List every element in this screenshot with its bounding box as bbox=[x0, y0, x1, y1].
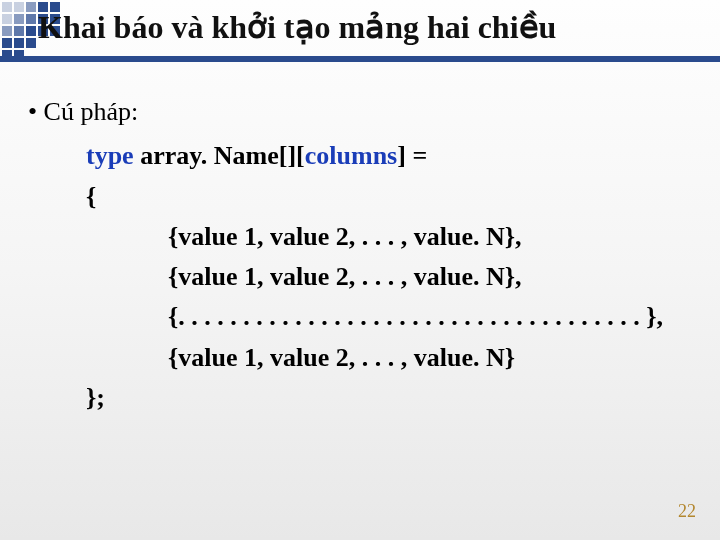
syntax-mid: array. Name[][ bbox=[134, 141, 305, 170]
init-row: {value 1, value 2, . . . , value. N}, bbox=[168, 217, 663, 257]
slide-content: • Cú pháp: type array. Name[][columns] =… bbox=[28, 92, 663, 418]
keyword-type: type bbox=[86, 141, 134, 170]
close-brace: }; bbox=[86, 378, 663, 418]
syntax-tail: ] = bbox=[397, 141, 427, 170]
init-row: {. . . . . . . . . . . . . . . . . . . .… bbox=[168, 297, 663, 337]
keyword-columns: columns bbox=[305, 141, 397, 170]
open-brace: { bbox=[86, 177, 663, 217]
init-row: {value 1, value 2, . . . , value. N}, bbox=[168, 257, 663, 297]
init-row: {value 1, value 2, . . . , value. N} bbox=[168, 338, 663, 378]
page-number: 22 bbox=[678, 501, 696, 522]
title-underline bbox=[0, 56, 720, 62]
page-title: Khai báo và khởi tạo mảng hai chiều bbox=[38, 8, 556, 46]
syntax-line: type array. Name[][columns] = bbox=[86, 136, 663, 176]
bullet-syntax-label: • Cú pháp: bbox=[28, 92, 663, 132]
